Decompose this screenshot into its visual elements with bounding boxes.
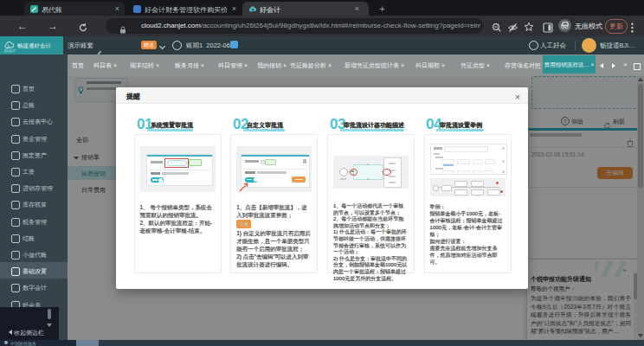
svg-text:i: i [8, 43, 9, 48]
